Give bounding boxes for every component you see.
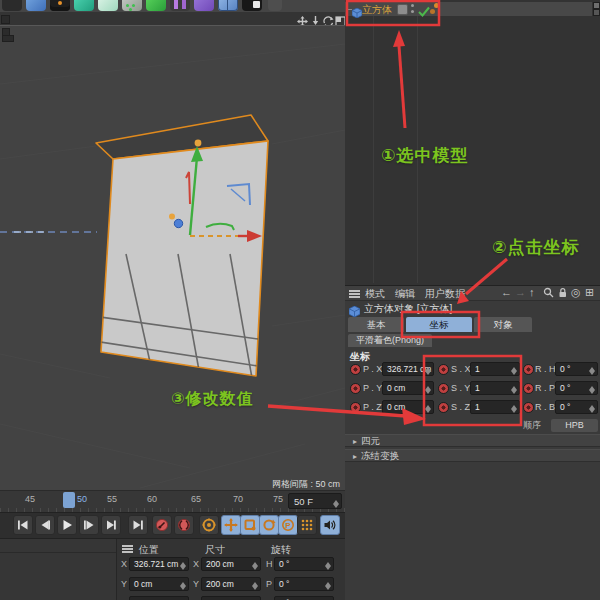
pos-z-field[interactable]: 0 cm [129,596,189,600]
layer-chip-icon[interactable] [397,4,408,15]
rot-b-field[interactable]: 0 ° [274,596,334,600]
pz-field[interactable]: 0 cm [382,400,434,414]
rb-field[interactable]: 0 ° [555,400,598,414]
tab-coordinates[interactable]: 坐标 [406,317,472,332]
back-icon[interactable]: ← [501,286,512,299]
cube-primitive-icon[interactable] [26,0,46,11]
add-panel-icon[interactable]: ⊞ [585,286,594,299]
simulation-sphere-icon[interactable] [74,0,94,11]
key-position-button[interactable] [221,515,241,535]
go-end-button[interactable] [128,515,148,535]
keyframe-dot-pz[interactable] [350,402,361,413]
step-forward-button[interactable] [101,515,121,535]
extra-tool-icon[interactable] [268,0,282,11]
plane-primitive-icon[interactable] [218,0,238,11]
pan-view-icon[interactable] [297,13,308,24]
py-field[interactable]: 0 cm [382,381,434,395]
size-x-field[interactable]: 200 cm [201,557,261,571]
keyframe-dot-sx[interactable] [438,364,449,375]
menu-edit[interactable]: 编辑 [395,287,415,301]
target-icon[interactable]: ◎ [571,286,581,299]
annotation-step3-label: ③修改数值 [171,389,254,410]
render-settings-icon[interactable] [242,0,262,11]
panel-menu-icon[interactable] [1,15,10,24]
rp-label: R . P [535,381,555,396]
menu-mode[interactable]: 模式 [365,287,385,301]
size-z-field[interactable]: 200 cm [201,596,261,600]
px-field[interactable]: 326.721 cm [382,362,434,376]
om-scroll-icon[interactable] [593,2,600,9]
y-axis-handle[interactable] [195,140,202,147]
key-rotation-button[interactable] [259,515,279,535]
key-parameter-button[interactable]: P [278,515,298,535]
key-pla-button[interactable] [297,515,317,535]
menu-userdata[interactable]: 用户数据 [425,287,465,301]
coords-burger-icon[interactable] [122,545,133,547]
subdivision-surface-icon[interactable] [98,0,118,11]
attribute-manager: 模式 编辑 用户数据 ← → ↑ ◎ ⊞ 立方体对象 [立方体] 基本 坐标 对… [345,285,600,600]
tab-basic[interactable]: 基本 [348,317,404,332]
autokey-button[interactable] [199,515,219,535]
frame-field[interactable]: 50 F [288,493,342,509]
pos-x-label: X [121,557,127,572]
rot-p-field[interactable]: 0 ° [274,577,334,591]
tab-phong[interactable]: 平滑着色(Phong) [348,334,432,347]
up-icon[interactable]: ↑ [529,286,535,299]
sy-field[interactable]: 1 [470,381,520,395]
section-quaternion[interactable]: ▸四元 [345,434,600,447]
rh-field[interactable]: 0 ° [555,362,598,376]
go-start-button[interactable] [13,515,33,535]
cube-object-icon[interactable] [352,4,362,22]
order-dropdown[interactable]: HPB [551,419,598,432]
tick-75: 75 [273,494,283,504]
texture-tag-dots-icon[interactable] [434,3,439,8]
keyframe-dot-rb[interactable] [523,402,534,413]
record-active-objects-button[interactable] [174,515,194,535]
orbit-view-icon[interactable] [323,13,334,24]
timeline-playhead[interactable] [63,492,75,508]
dolly-view-icon[interactable] [310,13,321,24]
next-frame-button[interactable] [79,515,99,535]
forward-icon[interactable]: → [515,286,526,299]
section-freeze-transform[interactable]: ▸冻结变换 [345,449,600,462]
cube-object[interactable] [96,115,268,378]
pos-y-field[interactable]: 0 cm [129,577,189,591]
undo-tool-icon[interactable] [2,0,22,11]
rot-h-field[interactable]: 0 ° [274,557,334,571]
volume-tool-icon[interactable] [194,0,214,11]
burger-menu-icon[interactable] [349,290,360,292]
sz-field[interactable]: 1 [470,400,520,414]
cloner-sphere-icon[interactable] [122,0,142,11]
record-keyframe-button[interactable] [152,515,172,535]
spline-pen-icon[interactable] [50,0,70,11]
svg-text:P: P [285,521,291,530]
viewport-corner-icon-2[interactable] [2,35,14,42]
sx-field[interactable]: 1 [470,362,520,376]
rp-field[interactable]: 0 ° [555,381,598,395]
keyframe-dot-py[interactable] [350,383,361,394]
pos-x-field[interactable]: 326.721 cm [129,557,189,571]
keyframe-dot-rp[interactable] [523,383,534,394]
viewport-3d[interactable]: 网格间隔 : 50 cm [0,25,345,491]
size-y-field[interactable]: 200 cm [201,577,261,591]
z-axis-handle[interactable] [174,219,182,227]
keyframe-dot-sy[interactable] [438,383,449,394]
mograph-leaves-icon[interactable] [146,0,166,11]
keyframe-dot-sz[interactable] [438,402,449,413]
deformer-bars-icon[interactable] [170,0,190,11]
object-item-label[interactable]: 立方体 [362,3,392,17]
lock-icon[interactable] [557,287,568,301]
timeline-ruler[interactable]: 45 50 55 60 65 70 75 50 F [0,490,345,513]
key-scale-button[interactable] [240,515,260,535]
play-button[interactable] [57,515,77,535]
om-scroll-icon-2[interactable] [593,9,600,16]
prev-frame-button[interactable] [35,515,55,535]
sound-button[interactable] [320,515,340,535]
keyframe-dot-px[interactable] [350,364,361,375]
search-icon[interactable] [543,287,554,301]
tab-object[interactable]: 对象 [474,317,532,332]
keyframe-dot-rh[interactable] [523,364,534,375]
visibility-dots-icon[interactable] [411,4,414,7]
rot-p-label: P [266,577,272,592]
enabled-check-icon[interactable] [418,3,430,21]
